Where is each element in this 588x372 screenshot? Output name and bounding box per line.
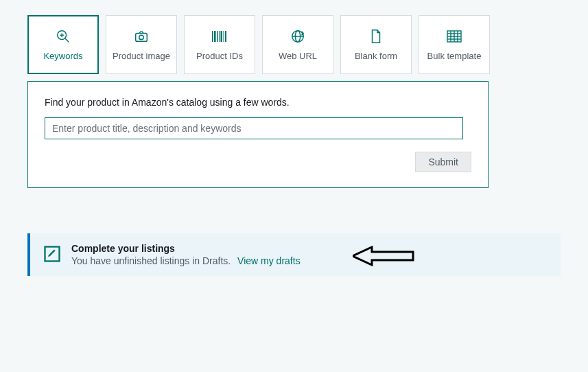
tab-bulk-template[interactable]: Bulk template: [419, 15, 490, 74]
tab-label: Keywords: [43, 51, 82, 61]
globe-icon: [290, 29, 305, 44]
tab-label: Web URL: [279, 51, 317, 61]
barcode-icon: [211, 29, 228, 44]
grid-icon: [447, 29, 462, 44]
svg-point-5: [139, 35, 143, 39]
tab-product-ids[interactable]: Product IDs: [184, 15, 255, 74]
svg-rect-12: [225, 31, 226, 42]
method-tabs: Keywords Product image Product IDs: [27, 15, 561, 74]
tab-product-image[interactable]: Product image: [106, 15, 177, 74]
search-prompt: Find your product in Amazon's catalog us…: [45, 97, 471, 108]
tab-web-url[interactable]: Web URL: [262, 15, 333, 74]
tab-keywords[interactable]: Keywords: [27, 15, 99, 74]
document-icon: [369, 29, 383, 44]
camera-icon: [134, 29, 149, 44]
alert-message: You have unfinished listings in Drafts.: [71, 255, 231, 266]
tab-blank-form[interactable]: Blank form: [340, 15, 412, 74]
tab-label: Product image: [113, 51, 170, 61]
tab-label: Product IDs: [196, 51, 243, 61]
svg-rect-7: [214, 31, 216, 42]
svg-rect-11: [224, 31, 224, 42]
drafts-alert: Complete your listings You have unfinish…: [27, 233, 561, 276]
panel-actions: Submit: [45, 152, 471, 172]
view-drafts-link[interactable]: View my drafts: [237, 255, 301, 266]
svg-rect-8: [217, 31, 218, 42]
tab-label: Bulk template: [427, 51, 482, 61]
keywords-panel: Find your product in Amazon's catalog us…: [27, 81, 489, 188]
svg-rect-9: [219, 31, 220, 42]
svg-marker-24: [353, 247, 413, 265]
svg-rect-6: [212, 31, 213, 42]
annotation-arrow-icon: [353, 246, 414, 268]
svg-line-1: [65, 38, 69, 42]
edit-document-icon: [43, 244, 62, 266]
search-zoom-icon: [56, 29, 71, 44]
alert-title: Complete your listings: [71, 243, 301, 254]
product-search-input[interactable]: [45, 117, 463, 139]
submit-button[interactable]: Submit: [415, 152, 471, 172]
tab-label: Blank form: [355, 51, 397, 61]
svg-rect-4: [136, 33, 148, 41]
svg-rect-10: [221, 31, 223, 42]
